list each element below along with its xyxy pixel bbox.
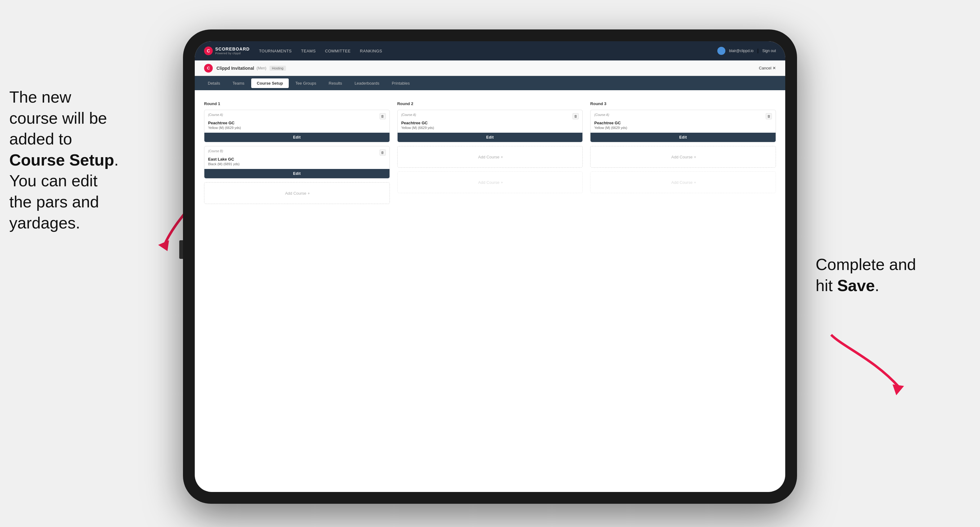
tablet-screen: C SCOREBOARD Powered by clippd TOURNAMEN… (195, 41, 785, 492)
tournament-bar: C Clippd Invitational (Men) Hosting Canc… (195, 60, 785, 76)
round-2-course-a-card: (Course A) 🗑 Peachtree GC Yellow (M) (66… (397, 110, 583, 142)
round-1-course-b-tee: Black (M) (6891 yds) (204, 162, 390, 169)
nav-separator: | (757, 48, 759, 54)
nav-logo-text: SCOREBOARD (215, 47, 250, 51)
round-1-course-b-label: (Course B) (208, 149, 223, 153)
round-3-add-course-disabled-button: Add Course + (590, 171, 776, 193)
nav-links: TOURNAMENTS TEAMS COMMITTEE RANKINGS (259, 49, 718, 53)
avatar (718, 47, 725, 55)
round-2-add-course-button[interactable]: Add Course + (397, 146, 583, 168)
round-3-add-course-disabled-plus: + (694, 180, 696, 185)
svg-marker-0 (158, 240, 169, 251)
tablet-side-button (179, 240, 183, 259)
tab-teams[interactable]: Teams (227, 78, 250, 88)
annotation-left-line2: course will be (9, 109, 107, 127)
sign-out-link[interactable]: Sign out (762, 49, 776, 53)
annotation-left-bold: Course Setup (9, 151, 114, 169)
round-2-add-course-disabled-button: Add Course + (397, 171, 583, 193)
round-3-course-a-name: Peachtree GC (590, 121, 776, 125)
round-2-course-a-delete-button[interactable]: 🗑 (573, 113, 579, 119)
tournament-name: Clippd Invitational (216, 66, 254, 71)
nav-link-committee[interactable]: COMMITTEE (325, 49, 351, 53)
round-2-add-course-disabled-plus: + (501, 180, 503, 185)
hosting-badge: Hosting (269, 66, 286, 71)
nav-logo-text-block: SCOREBOARD Powered by clippd (215, 47, 250, 54)
annotation-left-line6: the pars and (9, 193, 99, 211)
round-1-add-course-button[interactable]: Add Course + (204, 182, 390, 204)
round-2-course-a-header: (Course A) 🗑 (398, 110, 583, 121)
annotation-right-bold: Save (837, 276, 875, 295)
round-1-add-course-plus: + (308, 191, 310, 195)
nav-link-rankings[interactable]: RANKINGS (360, 49, 382, 53)
round-2-add-course-disabled-label: Add Course (478, 180, 500, 185)
annotation-right-end: . (875, 276, 879, 295)
tab-bar: Details Teams Course Setup Tee Groups Re… (195, 76, 785, 90)
nav-user-email: blair@clippd.io (729, 49, 754, 53)
arrow-right-icon (825, 329, 912, 397)
round-1-course-a-card: (Course A) 🗑 Peachtree GC Yellow (M) (66… (204, 110, 390, 142)
round-1-add-course-label: Add Course (285, 191, 306, 195)
round-2-column: Round 2 (Course A) 🗑 Peachtree GC Yellow… (397, 102, 583, 208)
tab-tee-groups[interactable]: Tee Groups (290, 78, 322, 88)
round-1-title: Round 1 (204, 102, 390, 106)
round-2-add-course-plus: + (501, 155, 503, 159)
nav-link-teams[interactable]: TEAMS (301, 49, 316, 53)
tournament-logo-icon: C (204, 64, 213, 73)
annotation-left-line3: added to (9, 130, 72, 148)
round-3-course-a-delete-button[interactable]: 🗑 (766, 113, 772, 119)
round-1-course-a-edit-button[interactable]: Edit (204, 133, 390, 142)
round-3-title: Round 3 (590, 102, 776, 106)
round-2-course-a-label: (Course A) (401, 113, 416, 117)
annotation-right-line1: Complete and (816, 256, 916, 273)
round-1-course-b-header: (Course B) 🗑 (204, 146, 390, 157)
annotation-left-line5: You can edit (9, 172, 97, 190)
round-1-course-b-name: East Lake GC (204, 157, 390, 162)
round-2-course-a-edit-button[interactable]: Edit (398, 133, 583, 142)
round-1-course-a-header: (Course A) 🗑 (204, 110, 390, 121)
rounds-grid: Round 1 (Course A) 🗑 Peachtree GC Yellow… (204, 102, 776, 208)
round-3-add-course-plus: + (694, 155, 696, 159)
round-2-course-a-tee: Yellow (M) (6629 yds) (398, 126, 583, 133)
cancel-button[interactable]: Cancel ✕ (759, 66, 776, 70)
round-1-course-a-label: (Course A) (208, 113, 223, 117)
nav-logo: C SCOREBOARD Powered by clippd (204, 46, 250, 55)
round-1-course-a-tee: Yellow (M) (6629 yds) (204, 126, 390, 133)
round-2-add-course-label: Add Course (478, 155, 500, 159)
tab-results[interactable]: Results (323, 78, 348, 88)
annotation-left-line7: yardages. (9, 214, 80, 232)
round-2-course-a-name: Peachtree GC (398, 121, 583, 125)
tab-leaderboards[interactable]: Leaderboards (349, 78, 385, 88)
round-1-course-a-delete-button[interactable]: 🗑 (380, 113, 386, 119)
nav-right: blair@clippd.io | Sign out (718, 47, 776, 55)
annotation-right: Complete and hit Save. (816, 254, 971, 296)
round-1-course-b-delete-button[interactable]: 🗑 (380, 149, 386, 156)
round-3-course-a-card: (Course A) 🗑 Peachtree GC Yellow (M) (66… (590, 110, 776, 142)
round-1-course-b-edit-button[interactable]: Edit (204, 169, 390, 178)
annotation-left-line1: The new (9, 88, 71, 106)
tablet-device: C SCOREBOARD Powered by clippd TOURNAMEN… (183, 29, 797, 504)
round-3-course-a-edit-button[interactable]: Edit (590, 133, 776, 142)
nav-bar: C SCOREBOARD Powered by clippd TOURNAMEN… (195, 41, 785, 60)
tab-course-setup[interactable]: Course Setup (251, 78, 289, 88)
annotation-left-period: . (114, 151, 118, 169)
main-content: Round 1 (Course A) 🗑 Peachtree GC Yellow… (195, 90, 785, 216)
round-3-add-course-label: Add Course (671, 155, 693, 159)
tab-printables[interactable]: Printables (386, 78, 415, 88)
annotation-right-line2: hit (816, 276, 837, 295)
round-3-course-a-header: (Course A) 🗑 (590, 110, 776, 121)
round-3-course-a-tee: Yellow (M) (6629 yds) (590, 126, 776, 133)
round-3-add-course-disabled-label: Add Course (671, 180, 693, 185)
nav-link-tournaments[interactable]: TOURNAMENTS (259, 49, 292, 53)
round-3-add-course-button[interactable]: Add Course + (590, 146, 776, 168)
round-2-title: Round 2 (397, 102, 583, 106)
tab-details[interactable]: Details (202, 78, 226, 88)
round-1-course-b-card: (Course B) 🗑 East Lake GC Black (M) (689… (204, 146, 390, 179)
tournament-gender: (Men) (256, 66, 266, 70)
round-3-course-a-label: (Course A) (594, 113, 609, 117)
nav-logo-sub: Powered by clippd (215, 52, 250, 55)
nav-logo-icon: C (204, 46, 213, 55)
svg-marker-1 (892, 384, 904, 395)
round-1-course-a-name: Peachtree GC (204, 121, 390, 125)
round-3-column: Round 3 (Course A) 🗑 Peachtree GC Yellow… (590, 102, 776, 208)
round-1-column: Round 1 (Course A) 🗑 Peachtree GC Yellow… (204, 102, 390, 208)
